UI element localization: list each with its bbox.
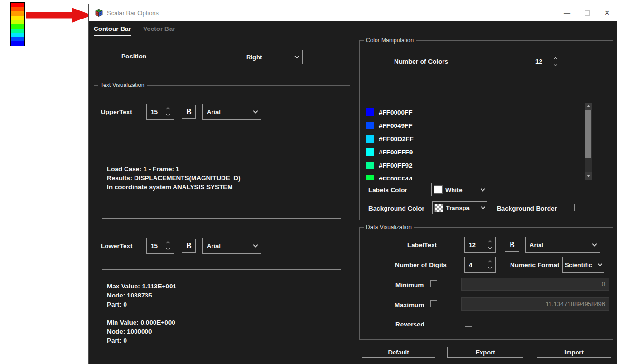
color-swatch [366,122,374,129]
legend-stripe [11,11,24,16]
number-of-colors-value: 12 [531,58,552,65]
background-border-label: Background Border [497,205,557,212]
reversed-checkbox[interactable] [465,320,472,327]
lowertext-bold-button[interactable]: B [182,239,196,253]
red-arrow-icon [26,7,92,24]
import-button[interactable]: Import [537,347,611,358]
spinner-up-icon[interactable] [554,57,557,60]
position-value: Right [246,54,295,61]
text-visualization-group-label: Text Visualization [98,82,147,88]
labeltext-size-value: 12 [465,241,487,249]
transparent-swatch [434,204,443,212]
maximum-checkbox[interactable] [430,300,437,307]
spinner-down-icon[interactable] [554,62,557,66]
lowertext-line: Node: 1000000 [107,327,341,336]
labeltext-font-value: Arial [530,241,593,249]
close-button[interactable]: × [597,6,617,20]
spinner-down-icon[interactable] [166,247,170,250]
labeltext-font-dropdown[interactable]: Arial [525,237,600,253]
uppertext-label: UpperText [101,108,132,115]
number-of-colors-spinner[interactable]: 12 [531,53,561,70]
spinner-down-icon[interactable] [488,246,492,249]
chevron-down-icon [253,242,258,247]
lowertext-line: Min Value: 0.000E+000 [107,318,341,327]
background-color-dropdown[interactable]: Transpa [432,201,487,214]
maximize-button[interactable] [577,6,597,20]
numeric-format-dropdown[interactable]: Scientific [562,257,604,273]
chevron-down-icon [481,205,486,210]
spinner-down-icon[interactable] [166,113,170,116]
labels-color-dropdown[interactable]: White [431,183,487,196]
background-border-checkbox[interactable] [568,204,575,211]
spinner-down-icon[interactable] [488,266,492,269]
lowertext-line [107,309,341,318]
number-of-digits-label: Number of Digits [395,261,447,268]
color-hex-label: #FF00FF44 [379,175,413,180]
titlebar[interactable]: Scalar Bar Options — × [89,4,617,21]
labels-color-swatch [434,185,443,194]
uppertext-textarea[interactable]: Load Case: 1 - Frame: 1 Results: DISPLAC… [102,137,341,219]
spinner-up-icon[interactable] [166,241,170,245]
legend-stripe [11,37,24,41]
data-visualization-group-label: Data Visualization [364,224,414,230]
color-list-item[interactable]: #FF00FF92 [365,159,584,172]
lowertext-textarea[interactable]: Max Value: 1.113E+001 Node: 1038735 Part… [102,269,341,357]
position-dropdown[interactable]: Right [242,50,303,64]
legend-stripe [11,41,24,46]
uppertext-bold-button[interactable]: B [182,105,196,119]
default-button[interactable]: Default [362,347,435,358]
uppertext-font-dropdown[interactable]: Arial [202,104,261,120]
lowertext-size-spinner[interactable]: 15 [146,238,174,254]
chevron-down-icon [598,261,603,266]
color-list-item[interactable]: #FF00FFF9 [365,145,584,159]
position-label: Position [121,53,146,60]
scalar-bar-options-window: Scalar Bar Options — × Contour Bar Vecto… [88,4,617,364]
number-of-digits-value: 4 [465,261,487,268]
spinner-up-icon[interactable] [488,260,492,264]
minimum-checkbox[interactable] [430,280,437,287]
legend-stripe [11,29,24,33]
triangle-up-icon [587,105,590,107]
scrollbar-up-button[interactable] [585,103,592,110]
lowertext-font-value: Arial [207,242,254,249]
spinner-up-icon[interactable] [166,107,170,111]
color-list[interactable]: #FF0000FF #FF0049FF #FF00D2FF #FF00FFF9 [365,103,584,180]
color-manipulation-group: Color Manipulation Number of Colors 12 #… [359,40,613,220]
minimize-button[interactable]: — [557,6,577,20]
minimize-icon: — [564,9,570,17]
chevron-down-icon [481,186,485,191]
export-button[interactable]: Export [447,347,523,358]
lowertext-label: LowerText [101,242,133,249]
color-list-item[interactable]: #FF0000FF [365,105,584,119]
color-swatch [366,108,374,116]
tab-contour-bar[interactable]: Contour Bar [94,25,131,36]
lowertext-font-dropdown[interactable]: Arial [202,238,261,254]
tab-vector-bar[interactable]: Vector Bar [143,25,175,35]
legend-stripe [11,7,24,11]
number-of-digits-spinner[interactable]: 4 [464,257,496,273]
minimum-value-field[interactable]: 0 [461,278,609,291]
legend-stripe [11,3,24,7]
color-list-scrollbar[interactable] [585,103,592,180]
color-list-item[interactable]: #FF00FF44 [365,172,584,180]
scrollbar-thumb[interactable] [585,110,591,158]
uppertext-line: In coordinate system ANALYSIS SYSTEM [107,182,341,192]
maximum-label: Maximum [395,301,424,308]
uppertext-size-spinner[interactable]: 15 [146,104,174,120]
labeltext-bold-button[interactable]: B [505,238,519,252]
labeltext-size-spinner[interactable]: 12 [464,237,496,253]
color-swatch [366,175,374,180]
spinner-up-icon[interactable] [488,240,492,244]
uppertext-font-value: Arial [207,108,254,115]
color-list-item[interactable]: #FF00D2FF [365,132,584,145]
dialog-content: Contour Bar Vector Bar Position Right Te… [89,21,617,364]
chevron-down-icon [295,54,299,58]
uppertext-size-value: 15 [147,108,165,115]
scrollbar-down-button[interactable] [585,172,592,180]
maximum-value-field[interactable]: 11.134718894958496 [461,297,609,311]
legend-stripe [11,24,24,29]
lowertext-line: Part: 0 [107,300,341,309]
color-list-item[interactable]: #FF0049FF [365,119,584,132]
lowertext-line: Max Value: 1.113E+001 [107,282,341,291]
number-of-colors-label: Number of Colors [394,58,448,65]
